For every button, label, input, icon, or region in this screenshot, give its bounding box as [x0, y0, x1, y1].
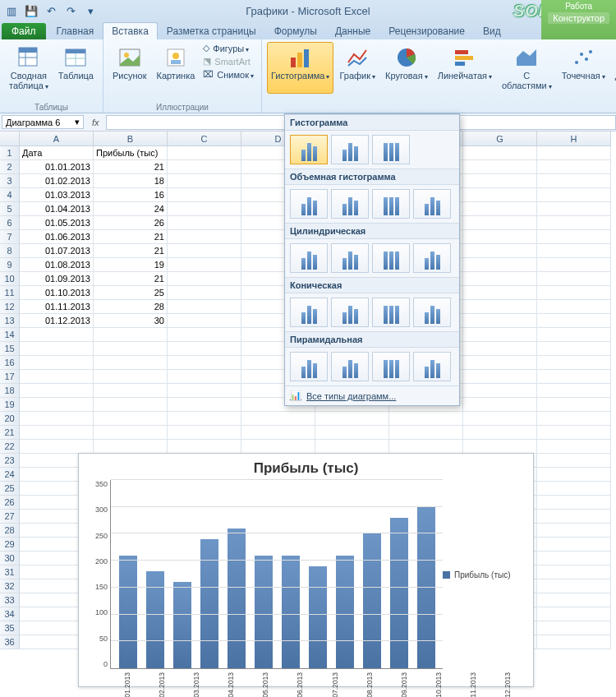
row-header-8[interactable]: 8: [0, 244, 20, 258]
cell-D20[interactable]: [241, 412, 315, 426]
cell-H8[interactable]: [537, 244, 611, 258]
cell-G7[interactable]: [463, 230, 537, 244]
cell-G4[interactable]: [463, 188, 537, 202]
row-header-27[interactable]: 27: [0, 510, 20, 524]
cell-C11[interactable]: [168, 286, 241, 300]
cell-H5[interactable]: [537, 202, 611, 216]
cell-G21[interactable]: [463, 426, 537, 440]
cell-H4[interactable]: [537, 188, 611, 202]
bar[interactable]: [282, 556, 300, 668]
cell-A2[interactable]: 01.01.2013: [20, 160, 94, 174]
cell-C15[interactable]: [168, 342, 241, 356]
row-header-6[interactable]: 6: [0, 216, 20, 230]
row-header-24[interactable]: 24: [0, 468, 20, 482]
cell-H1[interactable]: [537, 146, 611, 160]
cell-H28[interactable]: [537, 524, 611, 538]
cell-B7[interactable]: 21: [94, 230, 168, 244]
cell-H26[interactable]: [537, 496, 611, 510]
row-header-13[interactable]: 13: [0, 314, 20, 328]
cell-G18[interactable]: [463, 384, 537, 398]
select-all-corner[interactable]: [0, 132, 20, 146]
cell-B6[interactable]: 26: [94, 216, 168, 230]
pivot-table-button[interactable]: Сводная таблица: [5, 42, 53, 94]
tab-formulas[interactable]: Формулы: [265, 22, 326, 39]
cell-B9[interactable]: 19: [94, 258, 168, 272]
cell-A8[interactable]: 01.07.2013: [20, 244, 94, 258]
cell-C20[interactable]: [168, 412, 241, 426]
col-header-B[interactable]: B: [94, 132, 168, 146]
row-header-22[interactable]: 22: [0, 440, 20, 454]
cell-A18[interactable]: [20, 384, 94, 398]
row-header-12[interactable]: 12: [0, 300, 20, 314]
gallery-cone-3[interactable]: [372, 298, 410, 327]
row-header-18[interactable]: 18: [0, 384, 20, 398]
cell-C5[interactable]: [168, 202, 241, 216]
cell-A20[interactable]: [20, 412, 94, 426]
gallery-pyr-1[interactable]: [290, 352, 328, 381]
bar[interactable]: [417, 507, 435, 668]
cell-B8[interactable]: 21: [94, 244, 168, 258]
cell-H16[interactable]: [537, 356, 611, 370]
gallery-cyl-3[interactable]: [372, 243, 410, 273]
cell-C17[interactable]: [168, 370, 241, 384]
row-header-31[interactable]: 31: [0, 565, 20, 579]
cell-H30[interactable]: [537, 552, 611, 565]
name-box-drop-icon[interactable]: ▾: [75, 117, 80, 127]
gallery-100stacked-column[interactable]: [372, 135, 410, 164]
cell-G17[interactable]: [463, 370, 537, 384]
cell-H13[interactable]: [537, 314, 611, 328]
cell-H23[interactable]: [537, 454, 611, 468]
cell-A10[interactable]: 01.09.2013: [20, 272, 94, 286]
bar[interactable]: [309, 566, 327, 668]
row-header-33[interactable]: 33: [0, 593, 20, 607]
gallery-clustered-column[interactable]: [290, 135, 328, 164]
cell-H22[interactable]: [537, 440, 611, 454]
row-header-5[interactable]: 5: [0, 202, 20, 216]
gallery-cyl-2[interactable]: [331, 243, 369, 273]
gallery-pyr-4[interactable]: [413, 352, 451, 381]
cell-B14[interactable]: [94, 328, 168, 342]
gallery-pyr-3[interactable]: [372, 352, 410, 381]
row-header-26[interactable]: 26: [0, 496, 20, 510]
cell-A19[interactable]: [20, 398, 94, 412]
row-header-23[interactable]: 23: [0, 454, 20, 468]
cell-G14[interactable]: [463, 328, 537, 342]
cell-H17[interactable]: [537, 370, 611, 384]
cell-C16[interactable]: [168, 356, 241, 370]
gallery-cone-4[interactable]: [413, 298, 451, 327]
row-header-30[interactable]: 30: [0, 552, 20, 565]
cell-H20[interactable]: [537, 412, 611, 426]
cell-H36[interactable]: [537, 635, 611, 649]
name-box[interactable]: Диаграмма 6▾: [2, 115, 84, 129]
cell-B19[interactable]: [94, 398, 168, 412]
cell-H14[interactable]: [537, 328, 611, 342]
cell-B18[interactable]: [94, 384, 168, 398]
redo-icon[interactable]: ↷: [62, 2, 79, 19]
cell-A9[interactable]: 01.08.2013: [20, 258, 94, 272]
cell-A1[interactable]: Дата: [20, 146, 94, 160]
cell-G5[interactable]: [463, 202, 537, 216]
chart-legend[interactable]: Прибыль (тыс): [443, 480, 525, 669]
cell-G15[interactable]: [463, 342, 537, 356]
gallery-3d-stacked[interactable]: [331, 189, 369, 219]
tab-home[interactable]: Главная: [48, 22, 103, 39]
col-header-H[interactable]: H: [537, 132, 611, 146]
cell-C9[interactable]: [168, 258, 241, 272]
gallery-pyr-2[interactable]: [331, 352, 369, 381]
row-header-21[interactable]: 21: [0, 426, 20, 440]
clipart-button[interactable]: Картинка: [152, 42, 199, 83]
tab-view[interactable]: Вид: [474, 22, 510, 39]
row-header-9[interactable]: 9: [0, 258, 20, 272]
chart-title[interactable]: Прибыль (тыс): [87, 460, 525, 477]
cell-G12[interactable]: [463, 300, 537, 314]
row-header-19[interactable]: 19: [0, 398, 20, 412]
cell-H3[interactable]: [537, 174, 611, 188]
cell-C12[interactable]: [168, 300, 241, 314]
cell-G20[interactable]: [463, 412, 537, 426]
cell-G19[interactable]: [463, 398, 537, 412]
cell-A11[interactable]: 01.10.2013: [20, 286, 94, 300]
cell-B5[interactable]: 24: [94, 202, 168, 216]
col-header-A[interactable]: A: [20, 132, 94, 146]
bar[interactable]: [336, 556, 354, 668]
save-icon[interactable]: 💾: [23, 2, 39, 19]
